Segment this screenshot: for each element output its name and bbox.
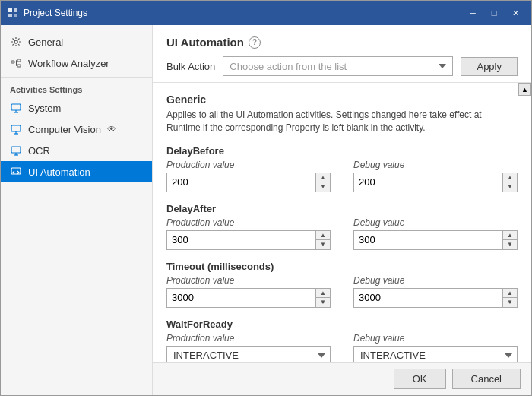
delay-before-debug-up[interactable]: ▲ — [503, 173, 517, 182]
svg-rect-14 — [11, 168, 21, 174]
workflow-icon — [10, 57, 22, 69]
delay-after-prod-up[interactable]: ▲ — [316, 231, 330, 240]
timeout-debug-down[interactable]: ▼ — [503, 297, 517, 307]
window-title: Project Settings — [24, 8, 463, 18]
ok-button[interactable]: OK — [394, 369, 446, 389]
bulk-action-select[interactable]: Choose action from the list — [223, 56, 453, 76]
wait-for-ready-label: WaitForReady — [166, 318, 518, 330]
svg-rect-9 — [11, 105, 11, 107]
delay-before-row: Production value ▲ ▼ Debug value — [166, 160, 518, 192]
delay-after-debug-up[interactable]: ▲ — [503, 231, 517, 240]
timeout-debug-up[interactable]: ▲ — [503, 289, 517, 298]
close-button[interactable]: ✕ — [505, 5, 525, 21]
wait-for-ready-production-wrap: INTERACTIVE COMPLETE NONE — [166, 346, 331, 362]
timeout-debug-spinner: ▲ ▼ — [353, 288, 518, 308]
svg-rect-12 — [11, 147, 21, 153]
main-layout: General Workflow Analyzer Activities Set… — [1, 25, 531, 395]
svg-rect-2 — [8, 14, 12, 17]
minimize-button[interactable]: ─ — [463, 5, 483, 21]
bulk-action-label: Bulk Action — [166, 61, 215, 72]
svg-rect-7 — [17, 65, 21, 67]
sidebar-item-ocr-label: OCR — [28, 145, 50, 157]
delay-after-debug-down[interactable]: ▼ — [503, 239, 517, 249]
svg-rect-0 — [8, 8, 12, 12]
timeout-label: Timeout (milliseconds) — [166, 261, 518, 272]
timeout-debug-label: Debug value — [353, 275, 518, 286]
sidebar-item-workflow-analyzer[interactable]: Workflow Analyzer — [1, 52, 152, 74]
help-icon[interactable]: ? — [249, 36, 261, 49]
svg-rect-13 — [11, 147, 11, 150]
timeout-prod-spinbtns: ▲ ▼ — [315, 289, 330, 307]
sidebar-item-general[interactable]: General — [1, 31, 152, 52]
system-icon — [10, 102, 22, 114]
timeout-group: Timeout (milliseconds) Production value … — [166, 261, 518, 308]
timeout-row: Production value ▲ ▼ Debug value — [166, 275, 518, 308]
content-scroll[interactable]: ▲ Generic Applies to all the UI Automati… — [153, 83, 531, 362]
timeout-debug-input[interactable] — [354, 289, 502, 307]
delay-before-debug-col: Debug value ▲ ▼ — [353, 160, 518, 192]
delay-after-debug-col: Debug value ▲ ▼ — [353, 217, 518, 250]
delay-after-group: DelayAfter Production value ▲ ▼ — [166, 203, 518, 250]
delay-before-debug-down[interactable]: ▼ — [503, 182, 517, 192]
title-bar: Project Settings ─ □ ✕ — [1, 1, 531, 25]
sidebar: General Workflow Analyzer Activities Set… — [1, 25, 153, 395]
generic-section-desc: Applies to all the UI Automation activit… — [166, 109, 518, 135]
wait-for-ready-debug-label: Debug value — [353, 333, 518, 344]
wait-for-ready-debug-select[interactable]: INTERACTIVE COMPLETE NONE — [353, 346, 518, 362]
content-area: UI Automation ? Bulk Action Choose actio… — [153, 25, 531, 395]
delay-after-prod-down[interactable]: ▼ — [316, 239, 330, 249]
sidebar-item-general-label: General — [28, 36, 63, 48]
delay-after-label: DelayAfter — [166, 203, 518, 214]
delay-after-row: Production value ▲ ▼ Debug value — [166, 217, 518, 250]
activities-settings-header: Activities Settings — [1, 77, 152, 97]
wait-for-ready-prod-label: Production value — [166, 333, 331, 344]
svg-rect-8 — [11, 104, 21, 110]
content-header: UI Automation ? Bulk Action Choose actio… — [153, 25, 531, 83]
svg-rect-1 — [14, 8, 17, 12]
delay-after-production-spinner: ▲ ▼ — [166, 230, 331, 250]
wait-for-ready-production-select[interactable]: INTERACTIVE COMPLETE NONE — [166, 346, 331, 362]
timeout-production-input[interactable] — [167, 289, 315, 307]
delay-after-debug-label: Debug value — [353, 217, 518, 228]
timeout-prod-down[interactable]: ▼ — [316, 297, 330, 307]
sidebar-item-system-label: System — [28, 103, 61, 114]
window-controls: ─ □ ✕ — [463, 5, 525, 21]
scroll-up-button[interactable]: ▲ — [518, 83, 531, 96]
timeout-debug-spinbtns: ▲ ▼ — [502, 289, 517, 307]
timeout-prod-up[interactable]: ▲ — [316, 289, 330, 298]
generic-section-title: Generic — [166, 93, 518, 106]
project-settings-window: Project Settings ─ □ ✕ General — [0, 0, 532, 396]
svg-rect-5 — [11, 61, 14, 63]
sidebar-item-ocr[interactable]: OCR — [1, 140, 152, 161]
delay-before-prod-spinbtns: ▲ ▼ — [315, 173, 330, 192]
bulk-action-row: Bulk Action Choose action from the list … — [166, 56, 518, 76]
delay-before-production-input[interactable] — [167, 173, 315, 192]
delay-before-debug-spinbtns: ▲ ▼ — [502, 173, 517, 192]
delay-before-debug-spinner: ▲ ▼ — [353, 173, 518, 192]
delay-before-debug-input[interactable] — [354, 173, 502, 192]
delay-after-debug-spinner: ▲ ▼ — [353, 230, 518, 250]
cancel-button[interactable]: Cancel — [452, 369, 521, 389]
content-title-row: UI Automation ? — [166, 36, 518, 49]
sidebar-item-computer-vision[interactable]: Computer Vision 👁 — [1, 119, 152, 140]
sidebar-item-ui-automation[interactable]: UI Automation — [1, 161, 152, 182]
delay-before-prod-up[interactable]: ▲ — [316, 173, 330, 182]
maximize-button[interactable]: □ — [484, 5, 504, 21]
delay-after-debug-input[interactable] — [354, 231, 502, 249]
wait-for-ready-debug-wrap: INTERACTIVE COMPLETE NONE — [353, 346, 518, 362]
delay-after-production-input[interactable] — [167, 231, 315, 249]
delay-before-prod-down[interactable]: ▼ — [316, 182, 330, 192]
wait-for-ready-row: Production value INTERACTIVE COMPLETE NO… — [166, 333, 518, 362]
window-icon — [7, 7, 19, 19]
ocr-icon — [10, 144, 22, 157]
delay-before-debug-label: Debug value — [353, 160, 518, 170]
timeout-production-spinner: ▲ ▼ — [166, 288, 331, 308]
sidebar-item-system[interactable]: System — [1, 97, 152, 119]
apply-button[interactable]: Apply — [461, 57, 518, 76]
delay-before-prod-label: Production value — [166, 160, 331, 170]
sidebar-item-cv-label: Computer Vision — [28, 124, 101, 135]
wait-for-ready-debug-col: Debug value INTERACTIVE COMPLETE NONE — [353, 333, 518, 362]
delay-before-group: DelayBefore Production value ▲ ▼ — [166, 145, 518, 192]
ui-automation-icon — [10, 166, 22, 178]
svg-rect-10 — [11, 125, 21, 131]
